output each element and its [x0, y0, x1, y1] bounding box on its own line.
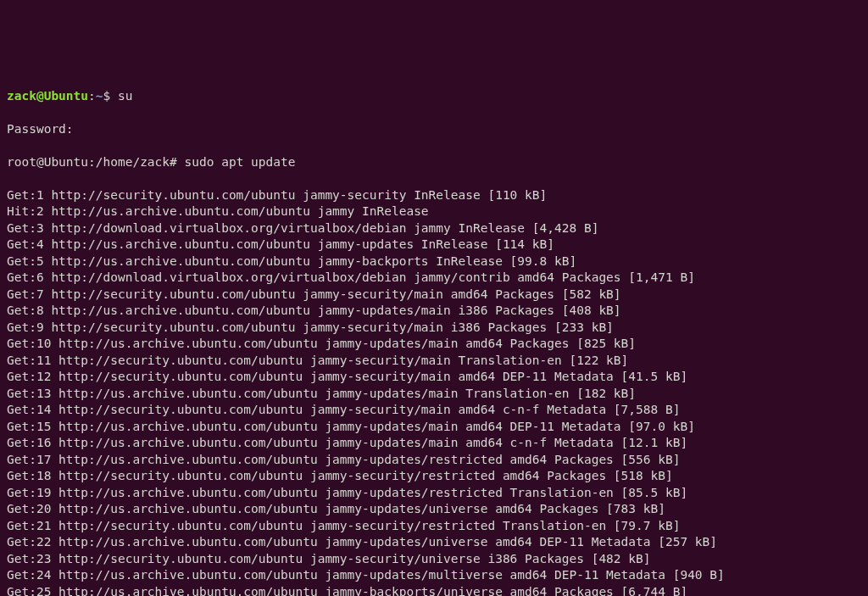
prompt-host: Ubuntu [44, 89, 88, 103]
output-line: Get:4 http://us.archive.ubuntu.com/ubunt… [7, 237, 861, 253]
output-line: Get:3 http://download.virtualbox.org/vir… [7, 220, 861, 237]
output-line: Get:12 http://security.ubuntu.com/ubuntu… [7, 369, 861, 386]
output-line: Get:13 http://us.archive.ubuntu.com/ubun… [7, 386, 861, 403]
prompt-symbol: $ [103, 89, 111, 103]
output-line: Get:14 http://security.ubuntu.com/ubuntu… [7, 402, 861, 419]
root-prompt: root@Ubuntu:/home/zack# [7, 155, 177, 169]
output-line: Get:19 http://us.archive.ubuntu.com/ubun… [7, 485, 861, 502]
output-line: Get:7 http://security.ubuntu.com/ubuntu … [7, 287, 861, 304]
output-line: Get:24 http://us.archive.ubuntu.com/ubun… [7, 567, 861, 584]
output-line: Get:8 http://us.archive.ubuntu.com/ubunt… [7, 303, 861, 320]
prompt-line-2: root@Ubuntu:/home/zack# sudo apt update [7, 154, 861, 171]
output-line: Get:20 http://us.archive.ubuntu.com/ubun… [7, 501, 861, 518]
output-line: Get:16 http://us.archive.ubuntu.com/ubun… [7, 435, 861, 452]
output-line: Get:25 http://us.archive.ubuntu.com/ubun… [7, 584, 861, 597]
apt-output: Get:1 http://security.ubuntu.com/ubuntu … [7, 187, 861, 597]
output-line: Get:10 http://us.archive.ubuntu.com/ubun… [7, 336, 861, 353]
prompt-colon: : [88, 89, 96, 103]
output-line: Get:5 http://us.archive.ubuntu.com/ubunt… [7, 253, 861, 270]
output-line: Get:18 http://security.ubuntu.com/ubuntu… [7, 468, 861, 485]
output-line: Get:23 http://security.ubuntu.com/ubuntu… [7, 551, 861, 568]
prompt-line-1: zack@Ubuntu:~$ su [7, 88, 861, 105]
output-line: Get:6 http://download.virtualbox.org/vir… [7, 270, 861, 287]
prompt-at: @ [36, 89, 44, 103]
output-line: Get:21 http://security.ubuntu.com/ubuntu… [7, 518, 861, 535]
prompt-user: zack [7, 89, 36, 103]
output-line: Get:22 http://us.archive.ubuntu.com/ubun… [7, 534, 861, 551]
command-su: su [118, 89, 132, 103]
output-line: Get:9 http://security.ubuntu.com/ubuntu … [7, 320, 861, 337]
output-line: Get:15 http://us.archive.ubuntu.com/ubun… [7, 419, 861, 436]
terminal-window[interactable]: zack@Ubuntu:~$ su Password: root@Ubuntu:… [7, 71, 861, 596]
command-apt-update: sudo apt update [185, 155, 296, 169]
prompt-path: ~ [96, 89, 103, 103]
password-prompt: Password: [7, 121, 861, 138]
output-line: Hit:2 http://us.archive.ubuntu.com/ubunt… [7, 203, 861, 220]
output-line: Get:11 http://security.ubuntu.com/ubuntu… [7, 353, 861, 370]
output-line: Get:1 http://security.ubuntu.com/ubuntu … [7, 187, 861, 204]
output-line: Get:17 http://us.archive.ubuntu.com/ubun… [7, 452, 861, 469]
